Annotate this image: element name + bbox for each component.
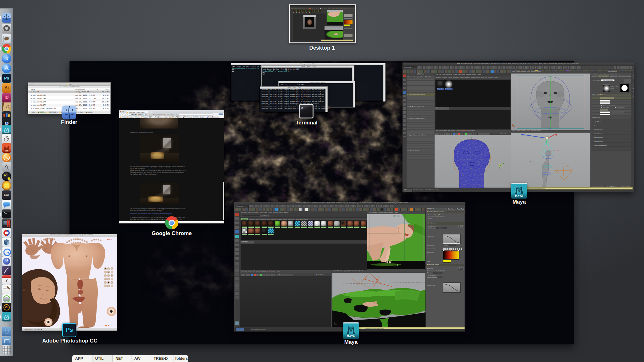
svg-text:side's view: side's view — [393, 215, 400, 217]
svg-text:●●●○●: ●●●○● — [107, 238, 112, 240]
svg-text:●●○●: ●●○● — [105, 324, 109, 326]
